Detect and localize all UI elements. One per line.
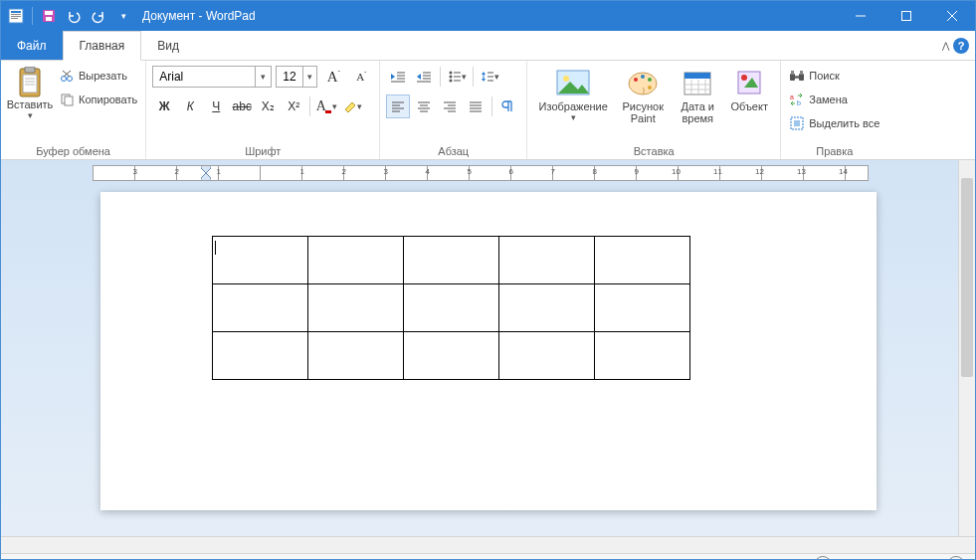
redo-icon[interactable] xyxy=(88,5,109,27)
font-size-combo[interactable]: 12 ▾ xyxy=(276,66,317,88)
indent-marker-icon[interactable] xyxy=(201,165,211,181)
table-cell[interactable] xyxy=(307,332,403,380)
align-right-button[interactable] xyxy=(438,94,462,118)
group-font: Arial ▾ 12 ▾ Aˆ Aˇ Ж К Ч abc X₂ X xyxy=(146,61,380,159)
align-left-button[interactable] xyxy=(386,94,410,118)
italic-button[interactable]: К xyxy=(178,94,202,118)
scrollbar-thumb[interactable] xyxy=(961,178,973,377)
font-color-button[interactable]: A▾ xyxy=(314,94,338,118)
vertical-scrollbar[interactable] xyxy=(958,160,975,536)
minimize-button[interactable] xyxy=(838,1,883,31)
find-button[interactable]: Поиск xyxy=(787,65,881,87)
ruler[interactable]: 3211234567891011121314151617 xyxy=(1,160,975,182)
font-name-combo[interactable]: Arial ▾ xyxy=(152,66,272,88)
align-center-button[interactable] xyxy=(412,94,436,118)
svg-rect-77 xyxy=(795,76,799,79)
help-icon[interactable]: ? xyxy=(953,38,969,54)
table-cell[interactable] xyxy=(594,237,689,284)
table-cell[interactable] xyxy=(212,284,307,332)
save-icon[interactable] xyxy=(38,5,60,27)
scissors-icon xyxy=(59,68,75,84)
group-editing: Поиск ab Замена Выделить все Правка xyxy=(781,61,887,159)
close-button[interactable] xyxy=(929,1,975,31)
insert-datetime-button[interactable]: Дата и время xyxy=(673,65,722,143)
insert-image-button[interactable]: Изображение ▾ xyxy=(533,65,613,143)
svg-rect-1 xyxy=(11,11,21,13)
svg-point-19 xyxy=(68,77,73,82)
replace-button[interactable]: ab Замена xyxy=(787,89,881,110)
paragraph-settings-button[interactable] xyxy=(496,94,520,118)
table-cell[interactable] xyxy=(212,237,307,284)
table-cell[interactable] xyxy=(307,237,403,284)
grow-font-button[interactable]: Aˆ xyxy=(321,65,345,89)
chevron-down-icon: ▾ xyxy=(302,67,317,87)
bullets-button[interactable]: ▾ xyxy=(445,65,469,89)
font-size-value: 12 xyxy=(277,70,301,84)
table-cell[interactable] xyxy=(403,332,498,380)
cut-button[interactable]: Вырезать xyxy=(57,65,139,87)
undo-icon[interactable] xyxy=(63,5,85,27)
tab-file[interactable]: Файл xyxy=(1,31,63,60)
table-cell[interactable] xyxy=(403,237,498,284)
decrease-indent-button[interactable] xyxy=(386,65,410,89)
collapse-ribbon-icon[interactable]: ⋀ xyxy=(942,41,949,51)
line-spacing-button[interactable]: ▾ xyxy=(478,65,501,89)
insert-object-button[interactable]: Объект xyxy=(724,65,774,143)
page[interactable] xyxy=(100,192,877,510)
table-cell[interactable] xyxy=(307,284,403,332)
copy-button[interactable]: Копировать xyxy=(57,89,139,110)
palette-icon xyxy=(625,65,661,100)
select-all-label: Выделить все xyxy=(809,117,879,129)
horizontal-scrollbar[interactable] xyxy=(1,536,975,553)
zoom-in-button[interactable]: + xyxy=(947,556,965,560)
bold-button[interactable]: Ж xyxy=(152,94,176,118)
replace-icon: ab xyxy=(789,92,805,107)
svg-point-63 xyxy=(641,75,645,79)
image-icon xyxy=(555,65,591,100)
clipboard-icon xyxy=(14,67,46,98)
underline-button[interactable]: Ч xyxy=(204,94,228,118)
status-bar: 100% − + xyxy=(1,553,975,560)
document-area: 3211234567891011121314151617 xyxy=(1,160,975,536)
document-table[interactable] xyxy=(212,236,690,380)
strikethrough-button[interactable]: abc xyxy=(230,94,254,118)
superscript-button[interactable]: X² xyxy=(282,94,305,118)
table-cell[interactable] xyxy=(498,332,594,380)
tab-home[interactable]: Главная xyxy=(63,31,142,61)
table-cell[interactable] xyxy=(498,237,594,284)
select-all-button[interactable]: Выделить все xyxy=(787,112,881,134)
chevron-down-icon: ▾ xyxy=(255,67,271,87)
chevron-down-icon: ▾ xyxy=(28,110,33,120)
group-insert: Изображение ▾ Рисунок Paint Дата и время… xyxy=(527,61,781,159)
maximize-button[interactable] xyxy=(883,1,929,31)
select-all-icon xyxy=(789,115,805,131)
svg-rect-6 xyxy=(45,11,53,15)
svg-rect-76 xyxy=(799,74,804,81)
paste-button[interactable]: Вставить ▾ xyxy=(7,65,53,143)
insert-image-label: Изображение xyxy=(539,100,608,112)
table-cell[interactable] xyxy=(594,332,689,380)
quick-access-toolbar: ▾ xyxy=(1,5,134,27)
insert-drawing-label: Рисунок Paint xyxy=(619,100,667,124)
copy-icon xyxy=(59,92,75,107)
justify-button[interactable] xyxy=(464,94,488,118)
zoom-out-button[interactable]: − xyxy=(814,556,832,560)
svg-rect-67 xyxy=(684,73,710,79)
qat-customize-icon[interactable]: ▾ xyxy=(112,5,134,27)
table-cell[interactable] xyxy=(212,332,307,380)
app-icon[interactable] xyxy=(5,5,27,27)
insert-drawing-button[interactable]: Рисунок Paint xyxy=(615,65,671,143)
increase-indent-button[interactable] xyxy=(412,65,436,89)
svg-point-34 xyxy=(449,76,452,79)
copy-label: Копировать xyxy=(79,93,137,105)
subscript-button[interactable]: X₂ xyxy=(256,94,280,118)
shrink-font-button[interactable]: Aˇ xyxy=(349,65,373,89)
table-cell[interactable] xyxy=(594,284,689,332)
paste-label: Вставить xyxy=(7,98,54,110)
table-cell[interactable] xyxy=(498,284,594,332)
tab-view[interactable]: Вид xyxy=(141,31,195,60)
highlight-button[interactable]: ▾ xyxy=(340,94,364,118)
table-cell[interactable] xyxy=(403,284,498,332)
insert-object-label: Объект xyxy=(731,100,768,112)
ribbon: Вставить ▾ Вырезать Копировать Буфер обм… xyxy=(1,61,975,160)
